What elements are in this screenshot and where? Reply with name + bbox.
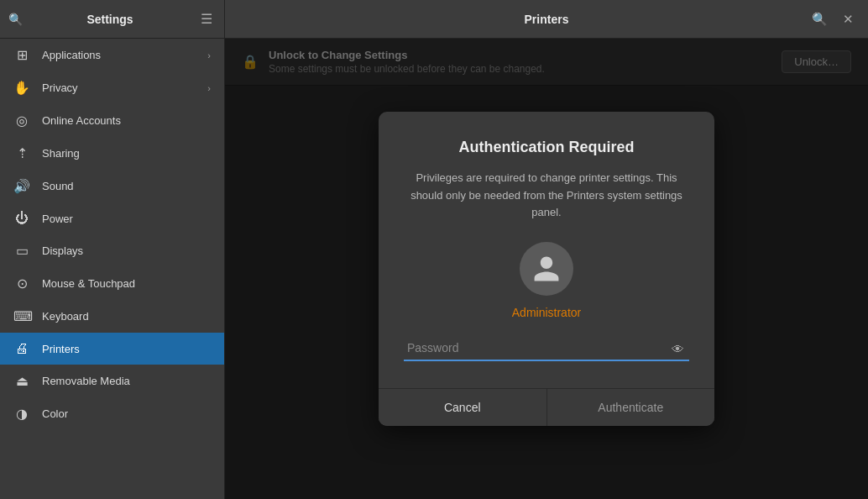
sidebar-item-online-accounts[interactable]: ◎Online Accounts — [0, 104, 224, 137]
sidebar-item-applications[interactable]: ⊞Applications› — [0, 39, 224, 71]
authenticate-button[interactable]: Authenticate — [547, 389, 715, 426]
sidebar-item-removable-media[interactable]: ⏏Removable Media — [0, 365, 224, 397]
modal-title: Authentication Required — [404, 139, 689, 156]
page-title: Printers — [525, 13, 569, 26]
sidebar-item-color[interactable]: ◑Color — [0, 397, 224, 430]
sidebar-item-label-printers: Printers — [42, 343, 80, 355]
sidebar-item-label-online-accounts: Online Accounts — [42, 114, 121, 127]
printers-icon: 🖨 — [13, 341, 30, 356]
password-field-wrapper: 👁 — [404, 336, 689, 361]
search-button[interactable]: 🔍 — [808, 8, 831, 31]
sidebar-item-label-applications: Applications — [42, 49, 101, 61]
chevron-right-icon: › — [207, 83, 211, 93]
sidebar-item-mouse-touchpad[interactable]: ⊙Mouse & Touchpad — [0, 267, 224, 300]
sidebar-item-sharing[interactable]: ⇡Sharing — [0, 137, 224, 170]
privacy-icon: ✋ — [13, 80, 30, 96]
sidebar-item-privacy[interactable]: ✋Privacy› — [0, 71, 224, 104]
sidebar-item-label-color: Color — [42, 407, 68, 420]
sidebar-item-label-displays: Displays — [42, 244, 83, 257]
sidebar-item-label-removable-media: Removable Media — [42, 375, 130, 387]
user-icon — [531, 254, 562, 284]
content-topbar: Printers 🔍 ✕ — [225, 0, 868, 38]
modal-description: Privileges are required to change printe… — [404, 170, 689, 222]
sidebar-item-sound[interactable]: 🔊Sound — [0, 170, 224, 202]
online-accounts-icon: ◎ — [13, 113, 30, 129]
search-icon: 🔍 — [8, 13, 23, 26]
toggle-password-visibility-button[interactable]: 👁 — [670, 340, 686, 358]
sidebar-item-displays[interactable]: ▭Displays — [0, 234, 224, 267]
modal-body: Authentication Required Privileges are r… — [379, 112, 714, 388]
settings-window-title: Settings — [29, 13, 191, 26]
sidebar-item-label-keyboard: Keyboard — [42, 310, 89, 323]
auth-dialog: Authentication Required Privileges are r… — [379, 112, 714, 426]
topbar-actions: 🔍 ✕ — [808, 8, 860, 31]
username-label: Administrator — [404, 306, 689, 319]
keyboard-icon: ⌨ — [13, 308, 30, 324]
modal-footer: Cancel Authenticate — [379, 388, 714, 426]
sidebar-item-power[interactable]: ⏻Power — [0, 202, 224, 234]
sidebar-item-label-privacy: Privacy — [42, 81, 78, 94]
avatar — [520, 242, 573, 296]
cancel-button[interactable]: Cancel — [379, 389, 547, 426]
sidebar-item-label-sharing: Sharing — [42, 147, 80, 160]
content-panel: 🔒 Unlock to Change Settings Some setting… — [225, 39, 868, 499]
chevron-right-icon: › — [207, 50, 211, 60]
sidebar-item-printers[interactable]: 🖨Printers — [0, 333, 224, 365]
top-bar: 🔍 Settings ☰ Printers 🔍 ✕ — [0, 0, 868, 39]
sidebar-topbar: 🔍 Settings ☰ — [0, 0, 225, 38]
close-button[interactable]: ✕ — [836, 8, 860, 31]
displays-icon: ▭ — [13, 243, 30, 259]
main-area: ⊞Applications›✋Privacy›◎Online Accounts⇡… — [0, 39, 868, 499]
hamburger-button[interactable]: ☰ — [197, 8, 216, 30]
removable-media-icon: ⏏ — [13, 373, 30, 389]
sharing-icon: ⇡ — [13, 145, 30, 161]
sound-icon: 🔊 — [13, 178, 30, 194]
color-icon: ◑ — [13, 406, 30, 422]
sidebar-item-keyboard[interactable]: ⌨Keyboard — [0, 300, 224, 333]
sidebar-item-label-power: Power — [42, 213, 73, 225]
sidebar-item-label-sound: Sound — [42, 180, 74, 192]
modal-overlay: Authentication Required Privileges are r… — [225, 39, 868, 499]
password-input[interactable] — [404, 336, 689, 361]
sidebar: ⊞Applications›✋Privacy›◎Online Accounts⇡… — [0, 39, 225, 499]
applications-icon: ⊞ — [13, 47, 30, 63]
mouse-touchpad-icon: ⊙ — [13, 276, 30, 292]
sidebar-item-label-mouse-touchpad: Mouse & Touchpad — [42, 277, 135, 290]
power-icon: ⏻ — [13, 211, 30, 226]
